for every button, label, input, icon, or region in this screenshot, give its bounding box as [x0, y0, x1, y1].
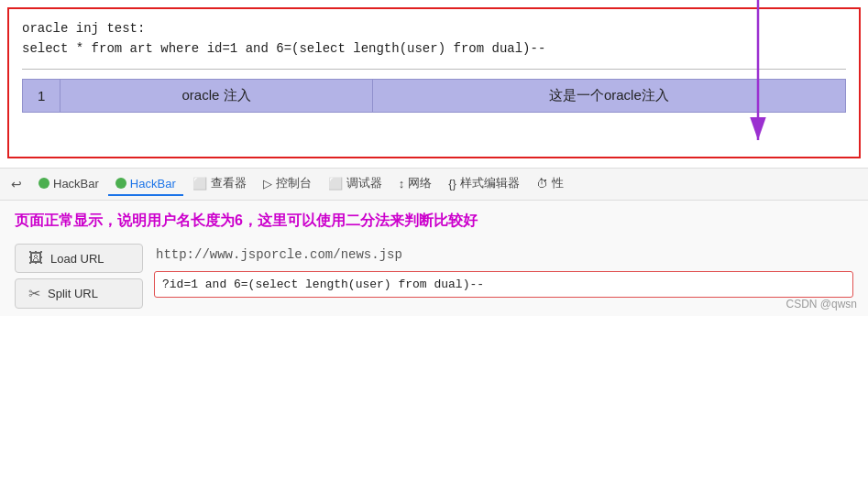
tab-console-label: 控制台	[276, 175, 312, 191]
hackbar1-dot	[38, 178, 49, 189]
tab-network[interactable]: ↕ 网络	[391, 171, 440, 197]
tab-hackbar1[interactable]: HackBar	[31, 173, 106, 196]
debugger-icon: ⬜	[328, 177, 343, 191]
load-url-label: Load URL	[50, 252, 104, 266]
tab-debugger-label: 调试器	[346, 175, 382, 191]
perf-icon: ⏱	[536, 177, 548, 191]
table-row: 1 oracle 注入 这是一个oracle注入	[23, 79, 846, 112]
split-url-button[interactable]: ✂ Split URL	[15, 278, 143, 309]
tab-perf[interactable]: ⏱ 性	[529, 171, 571, 197]
tab-style[interactable]: {} 样式编辑器	[441, 171, 527, 197]
back-icon[interactable]: ↩	[7, 175, 26, 193]
tab-perf-label: 性	[552, 175, 564, 191]
hackbar-main: 🖼 Load URL ✂ Split URL http://www.jsporc…	[15, 244, 853, 309]
tab-debugger[interactable]: ⬜ 调试器	[321, 171, 390, 197]
tab-hackbar2-label: HackBar	[130, 177, 176, 191]
tab-inspector-label: 查看器	[211, 175, 247, 191]
tab-network-label: 网络	[408, 175, 432, 191]
browser-page: oracle inj test: select * from art where…	[7, 7, 861, 158]
cell-col3: 这是一个oracle注入	[372, 79, 845, 112]
hackbar-inputs: http://www.jsporcle.com/news.jsp	[154, 244, 853, 298]
code-block: oracle inj test: select * from art where…	[22, 18, 846, 60]
split-url-icon: ✂	[28, 285, 40, 302]
hackbar-area: 页面正常显示，说明用户名长度为6，这里可以使用二分法来判断比较好 🖼 Load …	[0, 201, 868, 316]
hackbar-buttons: 🖼 Load URL ✂ Split URL	[15, 244, 143, 309]
tab-hackbar2[interactable]: HackBar	[108, 173, 183, 196]
tab-hackbar1-label: HackBar	[53, 177, 99, 191]
url-input[interactable]	[154, 271, 853, 298]
hackbar2-dot	[115, 178, 126, 189]
csdn-watermark: CSDN @qwsn	[786, 298, 857, 310]
cell-id: 1	[23, 79, 60, 112]
divider	[22, 69, 846, 70]
devtools-bar: ↩ HackBar HackBar ⬜ 查看器 ▷ 控制台 ⬜ 调试器 ↕ 网络…	[0, 168, 868, 201]
tab-inspector[interactable]: ⬜ 查看器	[185, 171, 254, 197]
code-line2: select * from art where id=1 and 6=(sele…	[22, 38, 846, 59]
load-url-button[interactable]: 🖼 Load URL	[15, 244, 143, 273]
split-url-label: Split URL	[48, 287, 98, 300]
url-display: http://www.jsporcle.com/news.jsp	[154, 244, 853, 266]
tab-style-label: 样式编辑器	[460, 175, 520, 191]
network-icon: ↕	[399, 177, 405, 191]
inspector-icon: ⬜	[192, 177, 207, 191]
load-url-icon: 🖼	[28, 250, 43, 267]
code-line1: oracle inj test:	[22, 18, 846, 38]
db-table: 1 oracle 注入 这是一个oracle注入	[22, 79, 846, 113]
hackbar-message: 页面正常显示，说明用户名长度为6，这里可以使用二分法来判断比较好	[15, 208, 853, 234]
tab-console[interactable]: ▷ 控制台	[256, 171, 319, 197]
cell-col2: oracle 注入	[60, 79, 372, 112]
style-icon: {}	[448, 177, 456, 191]
console-icon: ▷	[263, 177, 272, 191]
